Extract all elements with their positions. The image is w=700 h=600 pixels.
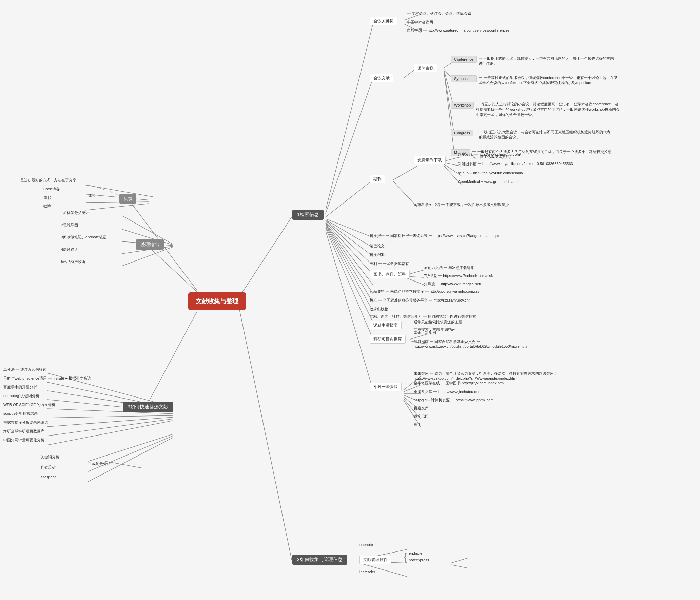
node-conference: Conference ━ 一般指正式的会议，规模较大，一群有共同话题的人，关于一… bbox=[451, 56, 614, 66]
filter9: 中国知网计量可视化分析 bbox=[3, 438, 44, 443]
svg-line-29 bbox=[393, 166, 417, 180]
node-website: 网站、新闻、社群、微信公众号 ━ 搜狗浏览器可以进行微信搜索 bbox=[370, 314, 476, 319]
leaf-extra6: 道客巴巴 bbox=[414, 414, 429, 419]
svg-line-2 bbox=[146, 312, 197, 407]
svg-line-46 bbox=[451, 558, 468, 563]
leaf-proj1: 基金：科学网 bbox=[414, 330, 436, 335]
org-item2: 2思维导图 bbox=[61, 222, 78, 228]
node-thesis: 学位论文 bbox=[370, 244, 385, 249]
filter4: endnote的关键词分析 bbox=[3, 393, 39, 399]
svg-line-55 bbox=[85, 202, 149, 203]
filter6: scopus分析搜索结果 bbox=[3, 411, 38, 416]
leaf-zhifengdu: 知风度 ━ http://www.rufengso.net/ bbox=[424, 282, 481, 287]
filter3: 百度学术的开题分析 bbox=[3, 385, 37, 390]
leaf-inoreader: inoreader bbox=[359, 570, 375, 574]
leaf-national-lib: 国家科学图书馆 ━ 不能下载，一次性导出参考文献数量少 bbox=[414, 202, 509, 207]
node-workshop: Workshop ━ 有更少的人进行讨论的小会议，讨论程度更高一些，有一些学术会… bbox=[451, 102, 622, 117]
congress-desc: ━ 一般指正式的大型会议，与会者可能来自不同国家地区组织机构遮掩组织的代表，一般… bbox=[475, 130, 618, 140]
node-journal: 期刊 bbox=[370, 175, 385, 183]
node-tech-report: 科技报告 ━ 国家科技报告查询系统 ━ https://www.nstrs.cn… bbox=[370, 233, 500, 238]
conference-label: Conference bbox=[451, 56, 477, 63]
bracket-container: { endnote noteexpress bbox=[404, 551, 429, 562]
node-ref-software: 文献管理软件 bbox=[359, 556, 391, 564]
svg-line-69 bbox=[105, 461, 142, 468]
node-congress: Congress ━ 一般指正式的大型会议，与会者可能来自不同国家地区组织机构遮… bbox=[451, 130, 618, 140]
leaf-extra2: 金字塔医学在线 ━ 医学图书 http://jztyx.com/index.ht… bbox=[414, 381, 505, 386]
svg-line-15 bbox=[326, 225, 373, 303]
svg-line-5 bbox=[326, 24, 373, 210]
leaf-conf-kw3: 自然中国 ━ http://www.naturechina.com/servic… bbox=[407, 28, 510, 33]
leaf-7s: 7秒书盘 ━ https://www.7sebook.com/disk bbox=[424, 273, 493, 278]
node-conference-doc: 会议文献 bbox=[370, 74, 393, 82]
filter8: 海研全球科研项目数据库 bbox=[3, 429, 44, 434]
leaf-yuanchuangli: 原创力文档 ━ 与冰点下载适用 bbox=[424, 265, 474, 270]
workshop-desc: ━ 有更少的人进行讨论的小会议，讨论程度更高一些，有一些学术会议conferen… bbox=[476, 102, 622, 117]
center-node[interactable]: 文献收集与整理 bbox=[188, 292, 246, 310]
svg-line-6 bbox=[326, 78, 373, 214]
node-symposium: Symposium ━ 一般等指正式的学术会议，但规模较conference小一… bbox=[451, 75, 621, 86]
svg-line-9 bbox=[326, 220, 373, 248]
leaf-conf-kw1: ━ 学术会议、研讨会、会议、国际会议 bbox=[407, 11, 471, 16]
node-international: 国际会议 bbox=[414, 64, 438, 72]
leaf-chaoxing: 超星发现 ━ http://www.chaoxing.com/ bbox=[458, 152, 521, 157]
leaf-scihub: scihub ━ http://tool.yovisun.com/scihub/ bbox=[458, 171, 523, 175]
congress-label: Congress bbox=[451, 130, 473, 136]
leaf-extra1: 未来智库 ━ 致力于整合顶尖智力资源，打造满足多层次、多样化管理需求的超级智库！… bbox=[414, 371, 590, 380]
filter12: sitespace bbox=[41, 475, 56, 479]
filter10sub: 生成词云分析 bbox=[88, 461, 111, 466]
workshop-label: Workshop bbox=[451, 102, 474, 109]
leaf-noteexpress: noteexpress bbox=[409, 558, 429, 562]
fb-item3: 简书 bbox=[43, 195, 51, 200]
node-gov-pub: 政府出版物 bbox=[370, 307, 388, 312]
svg-line-68 bbox=[88, 438, 173, 482]
fb-途径: 途径 bbox=[88, 193, 96, 198]
fb-item0: 是进步最好的方式，方法在于分享 bbox=[20, 178, 76, 183]
svg-line-19 bbox=[326, 231, 373, 390]
svg-line-18 bbox=[326, 228, 373, 339]
node-project-db: 科研项目数据库 bbox=[370, 335, 406, 344]
filter2: 只能与web of science适用 ━ histsite ━ 根据引文筛选 bbox=[3, 376, 91, 381]
svg-line-11 bbox=[326, 221, 373, 265]
branch-collect[interactable]: 2如何收集与管理信息 bbox=[292, 555, 347, 565]
filter11: 作者分析 bbox=[41, 465, 56, 470]
svg-line-3 bbox=[146, 244, 197, 292]
svg-line-65 bbox=[47, 421, 173, 445]
mindmap-canvas: 文献收集与整理 1检索信息 2如何收集与管理信息 3如何快速筛选文献 整理输出 … bbox=[0, 0, 700, 600]
node-product: 产品资料 ━ 尚端产品样本数据库 ━ http://gpd.sunwayinfo… bbox=[370, 289, 479, 294]
conference-desc: ━ 一般指正式的会议，规模较大，一群有共同话题的人，关于一个预先选好的主题进行讨… bbox=[479, 56, 614, 66]
leaf-conf-kw2: 中国学术会议网 bbox=[407, 20, 433, 25]
svg-line-66 bbox=[88, 434, 173, 461]
svg-line-0 bbox=[237, 217, 292, 300]
fb-item4: 微博 bbox=[43, 204, 51, 209]
svg-line-64 bbox=[47, 419, 173, 436]
node-books: 图书、课件、资料 bbox=[370, 270, 410, 278]
node-course-apply: 课题申请指南 bbox=[370, 321, 402, 329]
svg-line-47 bbox=[451, 565, 468, 568]
leaf-geenmedical: GeenMedical ━ www.geenmedical.com bbox=[458, 180, 522, 184]
svg-line-62 bbox=[47, 415, 173, 418]
leaf-endnote: endnote bbox=[409, 551, 429, 555]
svg-line-63 bbox=[47, 417, 173, 427]
leaf-proj2: 项目指南 ━ 国家自然科学基金委员会 ━ http://www.nsfc.gov… bbox=[414, 339, 583, 348]
org-item4: 4语音输入 bbox=[61, 247, 78, 252]
svg-line-10 bbox=[326, 220, 373, 256]
filter1: 二分法 ━ 通过阅读来筛选 bbox=[3, 367, 46, 372]
node-free-journal: 免费期刊下载 bbox=[414, 156, 446, 164]
branch-feedback[interactable]: 反馈 bbox=[119, 194, 136, 204]
svg-line-14 bbox=[326, 224, 373, 294]
svg-line-16 bbox=[326, 226, 373, 311]
svg-line-52 bbox=[122, 247, 173, 266]
branch-search[interactable]: 1检索信息 bbox=[292, 210, 324, 220]
svg-line-56 bbox=[85, 204, 149, 210]
fb-item1: Csdn博客 bbox=[43, 187, 60, 192]
symposium-label: Symposium bbox=[451, 75, 477, 82]
leaf-course1: 通常只能搜索比较宽泛的主题 bbox=[414, 320, 462, 325]
node-extra: 额外一些资源 bbox=[370, 383, 402, 391]
leaf-onenote: onenote bbox=[359, 543, 373, 547]
leaf-extra4: hellogirl ━ 计算机资源 ━ https://www.jqhtml.c… bbox=[414, 398, 494, 403]
filter10: 关键词分析 bbox=[41, 454, 59, 460]
branch-organize[interactable]: 整理输出 bbox=[136, 239, 164, 250]
branch-filter[interactable]: 3如何快速筛选文献 bbox=[123, 402, 173, 412]
svg-line-7 bbox=[326, 180, 373, 217]
connector-lines bbox=[0, 0, 700, 600]
